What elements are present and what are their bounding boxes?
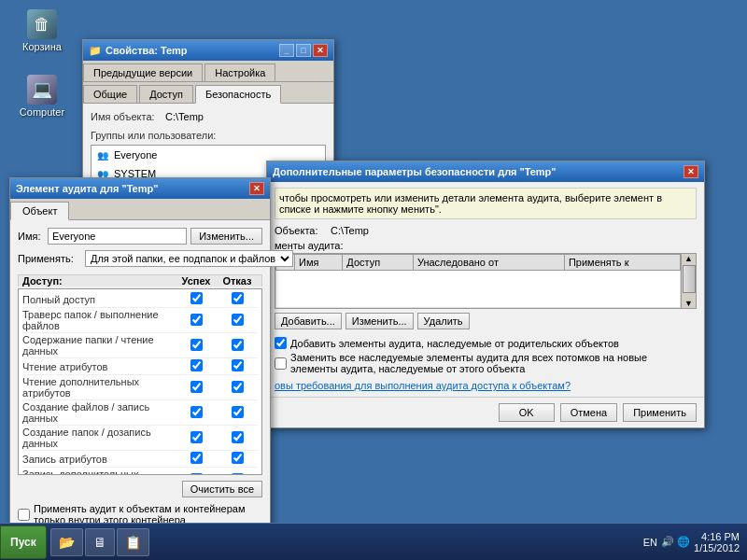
success-check-2[interactable]: [190, 339, 203, 351]
deny-check-5[interactable]: [232, 406, 244, 418]
group-label: Группы или пользователи:: [91, 130, 326, 141]
deny-check-4[interactable]: [232, 381, 244, 393]
computer-icon[interactable]: 💻 Computer: [14, 75, 70, 118]
audit-close-btn[interactable]: ✕: [249, 182, 264, 195]
scrollbar-down-btn[interactable]: ▼: [684, 299, 693, 308]
audit-tab-object[interactable]: Объект: [10, 202, 69, 220]
sec-add-btn[interactable]: Добавить...: [275, 313, 342, 329]
security-window: Дополнительные параметры безопасности дл…: [266, 161, 705, 428]
apply-select[interactable]: Для этой папки, ее подпапок и файлов: [85, 250, 293, 267]
access-row-3: Чтение атрибутов: [22, 358, 258, 375]
success-check-4[interactable]: [190, 381, 203, 393]
apply-only-checkbox[interactable]: [18, 509, 30, 521]
sec-audit-label: менты аудита:: [275, 240, 697, 251]
deny-check-2[interactable]: [232, 339, 244, 351]
sec-cancel-btn[interactable]: Отмена: [560, 403, 617, 422]
access-row-0: Полный доступ: [22, 291, 258, 308]
deny-check-8[interactable]: [232, 473, 244, 476]
tray-icons: 🔊 🌐: [661, 536, 690, 548]
deny-check-3[interactable]: [232, 359, 244, 371]
success-check-8[interactable]: [190, 473, 203, 476]
name-field[interactable]: [48, 228, 187, 245]
inherit-label: Добавить элементы аудита, наследуемые от…: [290, 338, 619, 349]
taskbar: Пуск 📂 🖥 📋 EN 🔊 🌐 4:16 PM 1/15/2012: [0, 523, 747, 560]
taskbar-item-1[interactable]: 📂: [50, 528, 83, 556]
deny-col-header: Отказ: [217, 275, 258, 287]
taskbar-item-3[interactable]: 📋: [117, 528, 149, 556]
access-list: Полный доступ Траверс папок / выполнение…: [18, 288, 262, 475]
scrollbar-thumb[interactable]: [683, 265, 696, 293]
audit-col-apply: Применять к: [564, 255, 680, 271]
clear-all-btn[interactable]: Очистить все: [182, 481, 262, 497]
object-label: Имя объекта:: [91, 111, 165, 122]
success-check-3[interactable]: [190, 359, 203, 371]
taskbar-clock: 4:16 PM 1/15/2012: [694, 531, 740, 553]
taskbar-item-2[interactable]: 🖥: [85, 528, 115, 556]
access-row-1: Траверс папок / выполнение файлов: [22, 308, 258, 333]
object-value: C:\Temp: [165, 111, 204, 122]
success-col-header: Успех: [176, 275, 217, 287]
audit-col-access: Доступ: [343, 255, 414, 271]
sec-apply-btn[interactable]: Применить: [623, 403, 697, 422]
sec-edit-btn[interactable]: Изменить...: [345, 313, 414, 329]
apply-label: Применять:: [18, 253, 85, 264]
replace-label: Заменить все наследуемые элементы аудита…: [290, 352, 697, 374]
deny-check-1[interactable]: [232, 314, 244, 326]
taskbar-items: 📂 🖥 📋: [50, 524, 636, 560]
success-check-7[interactable]: [190, 452, 203, 464]
access-row-5: Создание файлов / запись данных: [22, 400, 258, 426]
deny-check-0[interactable]: [232, 292, 244, 304]
security-titlebar[interactable]: Дополнительные параметры безопасности дл…: [267, 161, 704, 182]
tab-security[interactable]: Безопасность: [195, 85, 281, 104]
success-check-0[interactable]: [190, 292, 203, 304]
security-close-btn[interactable]: ✕: [684, 165, 698, 178]
scrollbar-up-btn[interactable]: ▲: [684, 254, 693, 263]
sec-delete-btn[interactable]: Удалить: [417, 313, 470, 329]
props-maximize-btn[interactable]: □: [296, 44, 311, 57]
taskbar-tray: EN 🔊 🌐 4:16 PM 1/15/2012: [636, 531, 747, 553]
access-row-8: Запись дополнительных атрибутов: [22, 468, 258, 475]
deny-check-7[interactable]: [232, 452, 244, 464]
tab-general[interactable]: Общие: [83, 85, 137, 103]
start-button[interactable]: Пуск: [0, 525, 47, 559]
access-row-2: Содержание папки / чтение данных: [22, 333, 258, 358]
audit-col-name: Имя: [295, 255, 343, 271]
audit-col-inherited: Унаследовано от: [413, 255, 564, 271]
props-minimize-btn[interactable]: _: [279, 44, 294, 57]
sec-object-value: C:\Temp: [331, 225, 369, 236]
props-close-btn[interactable]: ✕: [313, 44, 328, 57]
tab-previous-versions[interactable]: Предыдущие версии: [83, 63, 203, 81]
audit-window: Элемент аудита для "Temp" ✕ Объект Имя: …: [9, 177, 271, 560]
props-titlebar[interactable]: 📁 Свойства: Temp _ □ ✕: [83, 40, 333, 61]
inherit-checkbox[interactable]: [275, 337, 287, 349]
access-row-7: Запись атрибутов: [22, 451, 258, 468]
name-label: Имя:: [18, 231, 48, 242]
clock-time: 4:16 PM: [694, 531, 740, 542]
success-check-1[interactable]: [190, 314, 203, 326]
recycle-bin-icon[interactable]: 🗑 Корзина: [14, 9, 70, 52]
clock-date: 1/15/2012: [694, 542, 740, 553]
success-check-6[interactable]: [190, 431, 203, 443]
audit-requirements-link[interactable]: овы требования для выполнения аудита дос…: [275, 380, 571, 391]
sec-object-label: Объекта:: [275, 225, 331, 236]
audit-titlebar[interactable]: Элемент аудита для "Temp" ✕: [10, 178, 270, 199]
sec-ok-btn[interactable]: OK: [499, 403, 555, 422]
access-col-header: Доступ:: [22, 275, 176, 287]
user-icon-everyone: 👥: [95, 147, 110, 162]
change-btn[interactable]: Изменить...: [190, 228, 262, 245]
tab-access[interactable]: Доступ: [139, 85, 193, 103]
tab-settings[interactable]: Настройка: [204, 63, 275, 81]
access-row-6: Создание папок / дозапись данных: [22, 426, 258, 451]
deny-check-6[interactable]: [232, 431, 244, 443]
security-info-text: чтобы просмотреть или изменить детали эл…: [275, 188, 697, 219]
tray-lang: EN: [643, 537, 657, 548]
replace-checkbox[interactable]: [275, 357, 287, 370]
access-row-4: Чтение дополнительных атрибутов: [22, 375, 258, 400]
success-check-5[interactable]: [190, 406, 203, 418]
